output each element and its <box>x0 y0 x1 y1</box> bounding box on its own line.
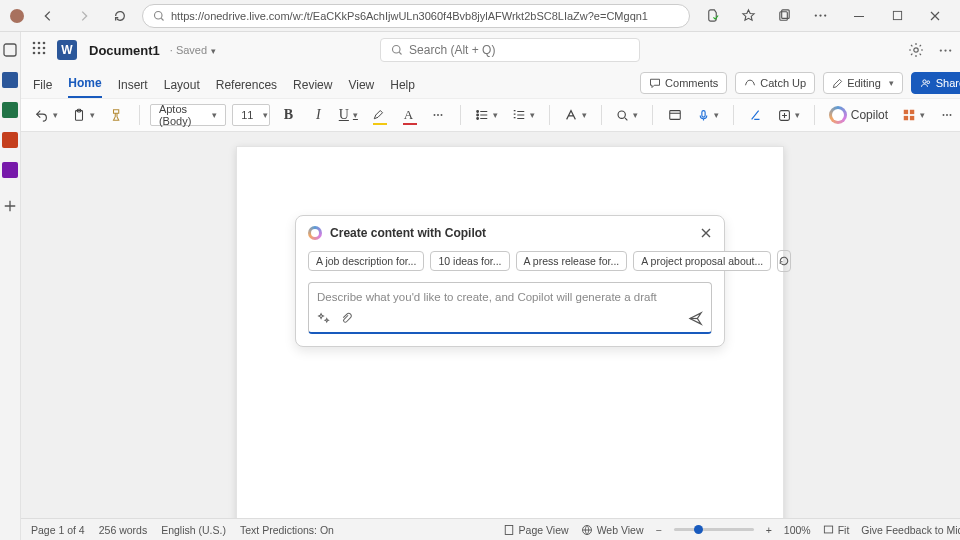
window-minimize[interactable] <box>842 2 876 30</box>
zoom-out-button[interactable]: − <box>656 524 662 536</box>
window-maximize[interactable] <box>880 2 914 30</box>
dictate-button[interactable] <box>693 103 723 127</box>
tab-help[interactable]: Help <box>390 78 415 98</box>
paste-button[interactable] <box>68 103 99 127</box>
designer-button[interactable] <box>663 103 687 127</box>
share-label: Share <box>936 77 960 89</box>
copilot-chip[interactable]: A press release for... <box>516 251 628 271</box>
copilot-panel-title: Create content with Copilot <box>330 226 486 240</box>
svg-point-44 <box>950 114 952 116</box>
comments-button[interactable]: Comments <box>640 72 727 94</box>
find-button[interactable] <box>612 103 642 127</box>
tab-file[interactable]: File <box>33 78 52 98</box>
status-language[interactable]: English (U.S.) <box>161 524 226 536</box>
copilot-chip[interactable]: 10 ideas for... <box>430 251 509 271</box>
svg-rect-40 <box>904 116 908 120</box>
browser-menu-icon[interactable] <box>806 2 834 30</box>
status-words[interactable]: 256 words <box>99 524 147 536</box>
editor-button[interactable] <box>744 103 768 127</box>
copilot-chip[interactable]: A job description for... <box>308 251 424 271</box>
bold-button[interactable]: B <box>276 103 300 127</box>
svg-rect-41 <box>910 116 914 120</box>
back-button[interactable] <box>34 2 62 30</box>
more-commands-button[interactable] <box>935 103 959 127</box>
copilot-attach-icon[interactable] <box>340 312 353 325</box>
italic-button[interactable]: I <box>306 103 330 127</box>
tab-layout[interactable]: Layout <box>164 78 200 98</box>
pencil-icon <box>832 78 843 89</box>
tab-home[interactable]: Home <box>68 76 101 98</box>
tab-view[interactable]: View <box>348 78 374 98</box>
svg-point-12 <box>43 42 46 45</box>
styles-button[interactable] <box>560 103 591 127</box>
tab-insert[interactable]: Insert <box>118 78 148 98</box>
format-painter-button[interactable] <box>105 103 129 127</box>
title-bar: W Document1 · Saved Search (Alt + Q) <box>21 32 960 68</box>
grid-options-button[interactable] <box>898 103 929 127</box>
collections-icon[interactable] <box>770 2 798 30</box>
tab-review[interactable]: Review <box>293 78 332 98</box>
document-canvas[interactable]: Create content with Copilot A job descri… <box>21 132 960 518</box>
fit-button[interactable]: Fit <box>823 524 850 536</box>
svg-point-5 <box>819 14 821 16</box>
catch-up-button[interactable]: Catch Up <box>735 72 815 94</box>
svg-point-11 <box>38 42 41 45</box>
copilot-inspire-icon[interactable] <box>317 312 330 325</box>
svg-point-15 <box>43 47 46 50</box>
search-box[interactable]: Search (Alt + Q) <box>380 38 640 62</box>
profile-icon[interactable] <box>8 7 26 25</box>
svg-point-32 <box>477 114 479 116</box>
underline-button[interactable]: U <box>336 103 360 127</box>
read-aloud-icon[interactable] <box>698 2 726 30</box>
font-family-select[interactable]: Aptos (Body) <box>150 104 226 126</box>
numbering-button[interactable] <box>508 103 539 127</box>
page-view-button[interactable]: Page View <box>503 524 569 536</box>
feedback-link[interactable]: Give Feedback to Microsoft <box>861 524 960 536</box>
document-page[interactable]: Create content with Copilot A job descri… <box>236 146 784 518</box>
svg-point-29 <box>437 114 439 116</box>
copilot-send-button[interactable] <box>688 311 703 326</box>
font-size-select[interactable]: 11 <box>232 104 270 126</box>
sidebar-word-icon[interactable] <box>0 70 20 90</box>
share-button[interactable]: Share <box>911 72 960 94</box>
settings-icon[interactable] <box>908 42 924 58</box>
zoom-slider[interactable] <box>674 528 754 531</box>
bullets-button[interactable] <box>471 103 502 127</box>
tab-references[interactable]: References <box>216 78 277 98</box>
undo-button[interactable] <box>31 103 62 127</box>
svg-rect-45 <box>505 525 513 534</box>
favorites-icon[interactable] <box>734 2 762 30</box>
document-status[interactable]: · Saved <box>170 44 216 56</box>
more-font-button[interactable] <box>426 103 450 127</box>
app-launcher-icon[interactable] <box>31 40 51 60</box>
window-close[interactable] <box>918 2 952 30</box>
svg-point-31 <box>477 111 479 113</box>
status-page[interactable]: Page 1 of 4 <box>31 524 85 536</box>
reload-button[interactable] <box>106 2 134 30</box>
copilot-button[interactable]: Copilot <box>825 103 892 127</box>
add-ins-button[interactable] <box>774 103 804 127</box>
highlight-button[interactable] <box>366 103 390 127</box>
zoom-in-button[interactable]: + <box>766 524 772 536</box>
sidebar-onenote-icon[interactable] <box>0 160 20 180</box>
copilot-chip[interactable]: A project proposal about... <box>633 251 771 271</box>
more-icon[interactable] <box>938 43 953 58</box>
fit-label: Fit <box>838 524 850 536</box>
svg-point-18 <box>43 52 46 55</box>
copilot-input[interactable]: Describe what you'd like to create, and … <box>308 282 712 334</box>
zoom-level[interactable]: 100% <box>784 524 811 536</box>
copilot-refresh-chips[interactable] <box>777 250 791 272</box>
sidebar-powerpoint-icon[interactable] <box>0 130 20 150</box>
sidebar-add-app[interactable] <box>0 196 20 216</box>
document-title[interactable]: Document1 <box>89 43 160 58</box>
svg-point-20 <box>914 48 918 52</box>
status-text-predictions[interactable]: Text Predictions: On <box>240 524 334 536</box>
web-view-button[interactable]: Web View <box>581 524 644 536</box>
sidebar-home-icon[interactable] <box>0 40 20 60</box>
copilot-close-button[interactable] <box>700 227 712 239</box>
font-color-button[interactable]: A <box>396 103 420 127</box>
url-bar[interactable]: https://onedrive.live.com/w:/t/EaCKkPs6A… <box>142 4 690 28</box>
divider <box>549 105 550 125</box>
editing-mode-button[interactable]: Editing <box>823 72 903 94</box>
sidebar-excel-icon[interactable] <box>0 100 20 120</box>
